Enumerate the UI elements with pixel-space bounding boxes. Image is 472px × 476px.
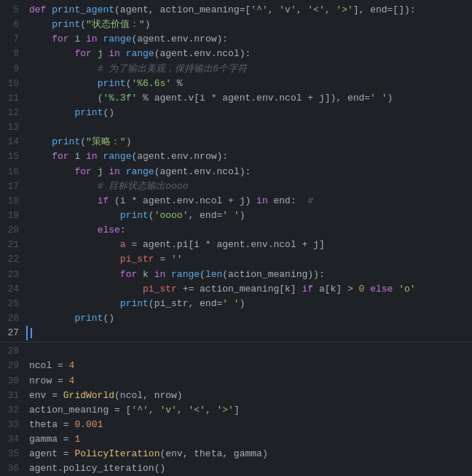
- line-number: 36: [0, 461, 26, 476]
- token-white: [120, 48, 126, 59]
- token-cmt: #: [307, 195, 313, 206]
- code-line-8: 8 for j in range(agent.env.ncol):: [0, 47, 472, 61]
- line-number: 23: [0, 268, 26, 282]
- code-line-29: 29ncol = 4: [0, 359, 472, 373]
- token-white: (): [103, 107, 114, 118]
- token-white: [393, 284, 398, 294]
- token-purple: else: [98, 225, 120, 235]
- line-content: nrow = 4: [26, 374, 472, 389]
- token-white: (): [103, 313, 114, 324]
- line-number: 31: [0, 389, 26, 403]
- code-line-30: 30nrow = 4: [0, 374, 472, 389]
- token-white: [29, 313, 74, 324]
- line-number: 26: [0, 311, 26, 326]
- code-line-19: 19 print('oooo', end=' '): [0, 208, 472, 223]
- token-white: :: [120, 225, 126, 235]
- token-white: (action_meaning)):: [222, 269, 324, 280]
- line-content: env = GridWorld(ncol, nrow): [26, 389, 472, 403]
- token-purple: for: [74, 166, 91, 177]
- token-white: %: [171, 78, 183, 89]
- token-white: (agent.env.ncol):: [154, 48, 251, 59]
- token-white: (env, theta, gamma): [160, 448, 267, 459]
- line-content: agent = PolicyIteration(env, theta, gamm…: [26, 447, 472, 461]
- token-purple: in: [86, 34, 98, 44]
- token-white: =: [154, 254, 171, 265]
- token-white: ): [145, 19, 151, 30]
- code-line-34: 34gamma = 1: [0, 432, 472, 447]
- token-yellow: GridWorld: [63, 390, 114, 401]
- token-white: agent =: [29, 448, 74, 459]
- token-green: ' ': [222, 210, 239, 221]
- token-green: '<': [307, 4, 324, 15]
- line-number: 29: [0, 359, 26, 373]
- line-number: 9: [0, 62, 26, 77]
- token-purple: for: [52, 34, 68, 44]
- code-line-11: 11 ('%.3f' % agent.v[i * agent.env.ncol …: [0, 91, 472, 106]
- line-content: print(pi_str, end=' '): [26, 297, 472, 311]
- line-content: # 目标状态输出oooo: [26, 179, 472, 194]
- code-line-20: 20 else:: [0, 223, 472, 238]
- line-number: 10: [0, 77, 26, 91]
- token-white: [29, 34, 52, 44]
- line-content: agent.policy_iteration(): [26, 461, 472, 476]
- token-white: ,: [296, 4, 308, 15]
- token-white: nrow =: [29, 375, 69, 386]
- line-number: 32: [0, 403, 26, 418]
- line-number: 30: [0, 374, 26, 389]
- token-blue: print: [120, 210, 149, 221]
- line-number: 19: [0, 208, 26, 223]
- line-content: print('oooo', end=' '): [26, 208, 472, 223]
- token-white: (: [149, 210, 154, 221]
- token-white: (: [80, 136, 86, 147]
- token-red: a: [120, 239, 126, 250]
- code-line-28: 28: [0, 344, 472, 359]
- token-white: theta =: [29, 419, 74, 430]
- token-white: ,: [149, 405, 160, 415]
- line-number: 15: [0, 149, 26, 164]
- token-green: 'oooo': [154, 210, 189, 221]
- token-purple: if: [98, 195, 109, 206]
- token-green: '': [171, 254, 183, 265]
- token-green: "状态价值：": [86, 19, 145, 30]
- token-blue: print: [98, 78, 126, 89]
- line-number: 5: [0, 3, 26, 17]
- token-blue: range: [171, 269, 200, 280]
- code-line-17: 17 # 目标状态输出oooo: [0, 179, 472, 194]
- token-purple: for: [120, 269, 137, 280]
- token-green: '^': [251, 4, 267, 15]
- token-white: (agent, action_meaning=[: [114, 4, 251, 15]
- token-red: pi_str: [120, 254, 154, 265]
- token-white: ,: [325, 4, 337, 15]
- line-number: 24: [0, 282, 26, 297]
- line-content: ('%.3f' % agent.v[i * agent.env.ncol + j…: [26, 91, 472, 106]
- code-line-5: 5def print_agent(agent, action_meaning=[…: [0, 3, 472, 17]
- token-white: ): [126, 136, 132, 147]
- token-white: j: [92, 166, 109, 177]
- token-green: ' ': [370, 93, 387, 104]
- line-number: 14: [0, 135, 26, 149]
- token-white: end:: [268, 195, 308, 206]
- token-white: ncol =: [29, 360, 69, 371]
- token-white: ,: [268, 4, 280, 15]
- token-white: [29, 298, 120, 309]
- token-purple: for: [52, 151, 68, 162]
- line-number: 33: [0, 418, 26, 432]
- token-white: i: [69, 34, 86, 44]
- token-white: % agent.v[i * agent.env.ncol + j]), end=: [137, 93, 370, 104]
- token-purple: in: [86, 151, 98, 162]
- code-line-7: 7 for i in range(agent.env.nrow):: [0, 32, 472, 47]
- token-white: [29, 181, 98, 192]
- line-content: for i in range(agent.env.nrow):: [26, 32, 472, 47]
- token-white: [29, 107, 74, 118]
- token-white: [29, 93, 98, 104]
- line-content: for i in range(agent.env.nrow):: [26, 149, 472, 164]
- line-content: [26, 120, 472, 135]
- line-number: 20: [0, 223, 26, 238]
- token-white: [29, 210, 120, 221]
- code-line-32: 32action_meaning = ['^', 'v', '<', '>']: [0, 403, 472, 418]
- text-cursor: [31, 328, 32, 338]
- token-white: [29, 166, 74, 177]
- token-blue: print: [74, 107, 103, 118]
- token-white: [29, 284, 143, 294]
- token-green: 'v': [279, 4, 296, 15]
